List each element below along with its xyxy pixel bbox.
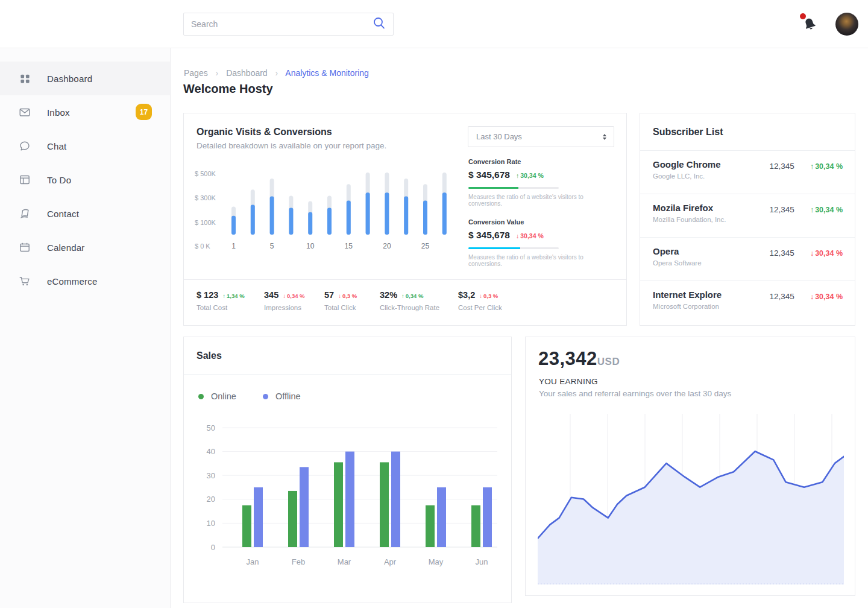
stat-label: Cost Per Click <box>458 304 502 311</box>
breadcrumb-separator: › <box>216 68 219 78</box>
page-title: Welcome Hosty <box>183 82 273 96</box>
notification-dot <box>800 13 806 19</box>
calendar-icon <box>19 241 31 253</box>
subscriber-list-card: Subscriber List Google ChromeGoogle LLC,… <box>640 113 855 326</box>
period-select[interactable]: Last 30 Days <box>468 126 614 147</box>
sales-card-header: Sales <box>184 337 511 375</box>
svg-text:Mar: Mar <box>338 557 351 566</box>
breadcrumb-dashboard[interactable]: Dashboard <box>226 68 268 78</box>
breadcrumb-analytics[interactable]: Analytics & Monitoring <box>285 68 369 78</box>
conversion-value-metric: Conversion Value $ 345,678 ↓30,34 % Meas… <box>468 218 617 267</box>
stat-click-through-rate: 32%↑0,34 % Click-Through Rate <box>380 290 458 325</box>
sidebar-item-contact[interactable]: Contact <box>0 197 170 230</box>
stat-delta: ↑0,34 % <box>401 293 423 299</box>
stat-label: Total Click <box>324 304 380 311</box>
search-input[interactable] <box>191 19 373 29</box>
subscriber-company: Microsoft Corporation <box>653 303 722 310</box>
inbox-unread-badge: 17 <box>136 104 152 120</box>
stat-total-click: 57↓0,3 % Total Click <box>324 290 380 325</box>
sidebar-item-label: Contact <box>47 209 79 219</box>
stat-impressions: 345↓0,34 % Impressions <box>264 290 324 325</box>
svg-text:$ 500K: $ 500K <box>195 170 216 177</box>
stat-label: Impressions <box>264 304 324 311</box>
search-box[interactable] <box>183 13 394 36</box>
svg-text:20: 20 <box>207 495 215 504</box>
legend-item-offline: Offline <box>263 391 301 401</box>
notifications-button[interactable] <box>799 12 821 34</box>
svg-text:20: 20 <box>383 242 391 250</box>
stat-value: 345 <box>264 290 278 300</box>
cart-icon <box>19 275 31 287</box>
stat-delta: ↑1,34 % <box>222 293 244 299</box>
subscriber-row-mozila-firefox[interactable]: Mozila FirefoxMozilla Foundation, Inc. 1… <box>640 194 855 238</box>
svg-text:10: 10 <box>207 519 215 528</box>
sales-card-title: Sales <box>197 350 222 361</box>
earning-currency: USD <box>597 356 620 368</box>
organic-stats-row: $ 123↑1,34 % Total Cost 345↓0,34 % Impre… <box>184 279 626 325</box>
sidebar-item-label: Dashboard <box>47 74 92 84</box>
svg-text:25: 25 <box>421 242 430 250</box>
subscriber-name: Mozila Firefox <box>653 203 726 213</box>
subscriber-company: Opera Software <box>653 259 702 267</box>
earning-subtitle: Your sales and referral earnings over th… <box>539 389 731 398</box>
svg-text:5: 5 <box>270 242 274 250</box>
subscriber-count: 12,345 <box>770 162 794 171</box>
organic-visits-card: Organic Visits & Conversions Detailed br… <box>183 113 627 326</box>
breadcrumb-pages[interactable]: Pages <box>184 68 208 78</box>
svg-text:50: 50 <box>207 423 215 432</box>
inbox-envelope-icon <box>19 106 31 118</box>
conversion-metrics: Conversion Rate $ 345,678 ↑30,34 % Measu… <box>468 158 617 279</box>
organic-card-title: Organic Visits & Conversions <box>197 127 332 138</box>
stat-value: $3,2 <box>458 290 475 300</box>
sidebar-item-label: Calendar <box>47 242 84 253</box>
sidebar-item-todo[interactable]: To Do <box>0 163 170 197</box>
svg-text:15: 15 <box>345 242 353 250</box>
sidebar-item-label: To Do <box>47 175 71 185</box>
sales-legend: Online Offline <box>198 391 301 401</box>
sidebar-item-label: Inbox <box>47 107 70 118</box>
offline-legend-dot <box>263 394 268 399</box>
metric-label: Conversion Rate <box>468 158 617 165</box>
stat-value: 32% <box>380 290 397 300</box>
subscriber-row-internet-explore[interactable]: Internet ExploreMicrosoft Corporation 12… <box>640 281 855 325</box>
sidebar-item-ecommerce[interactable]: eCommerce <box>0 264 170 298</box>
svg-text:May: May <box>429 557 444 566</box>
svg-text:$ 300K: $ 300K <box>195 194 216 201</box>
subscriber-count: 12,345 <box>770 249 794 258</box>
stat-value: 57 <box>324 290 334 300</box>
subscriber-row-opera[interactable]: OperaOpera Software 12,345↓30,34 % <box>640 238 855 281</box>
subscriber-company: Mozilla Foundation, Inc. <box>653 216 726 223</box>
earnings-area-chart <box>538 414 844 584</box>
subscriber-list-title: Subscriber List <box>653 127 723 138</box>
subscriber-delta: ↑30,34 % <box>810 206 843 214</box>
sidebar-item-inbox[interactable]: Inbox 17 <box>0 95 170 129</box>
stat-delta: ↓0,3 % <box>479 293 498 299</box>
metric-label: Conversion Value <box>468 218 617 226</box>
subscriber-row-google-chrome[interactable]: Google ChromeGoogle LLC, Inc. 12,345↑30,… <box>640 151 855 194</box>
earning-amount-row: 23,342 USD <box>538 348 620 370</box>
breadcrumb: Pages › Dashboard › Analytics & Monitori… <box>184 68 369 78</box>
top-header <box>0 0 868 48</box>
metric-progress-bar <box>468 187 559 189</box>
subscriber-company: Google LLC, Inc. <box>653 173 721 180</box>
user-avatar[interactable] <box>835 13 858 36</box>
metric-caption: Measures the ratio of a website's visito… <box>468 194 617 207</box>
search-icon[interactable] <box>373 16 386 32</box>
period-select-value: Last 30 Days <box>476 132 603 141</box>
sidebar-item-chat[interactable]: Chat <box>0 129 170 163</box>
earning-amount: 23,342 <box>538 348 597 370</box>
sidebar-item-calendar[interactable]: Calendar <box>0 230 170 264</box>
online-legend-dot <box>198 394 204 399</box>
earning-label: YOU EARNING <box>539 377 598 386</box>
svg-text:$ 0 K: $ 0 K <box>195 242 210 250</box>
stat-total-cost: $ 123↑1,34 % Total Cost <box>197 290 264 325</box>
svg-text:1: 1 <box>231 242 236 250</box>
subscriber-count: 12,345 <box>770 292 794 301</box>
select-updown-icon <box>603 134 606 140</box>
legend-label: Online <box>211 391 236 401</box>
svg-text:$ 100K: $ 100K <box>195 219 216 226</box>
sales-card: Sales Online Offline 01020304050JanFebMa… <box>183 337 512 603</box>
sidebar: Dashboard Inbox 17 Chat To Do Contact <box>0 48 171 608</box>
svg-text:Feb: Feb <box>292 557 305 566</box>
sidebar-item-dashboard[interactable]: Dashboard <box>0 62 170 95</box>
